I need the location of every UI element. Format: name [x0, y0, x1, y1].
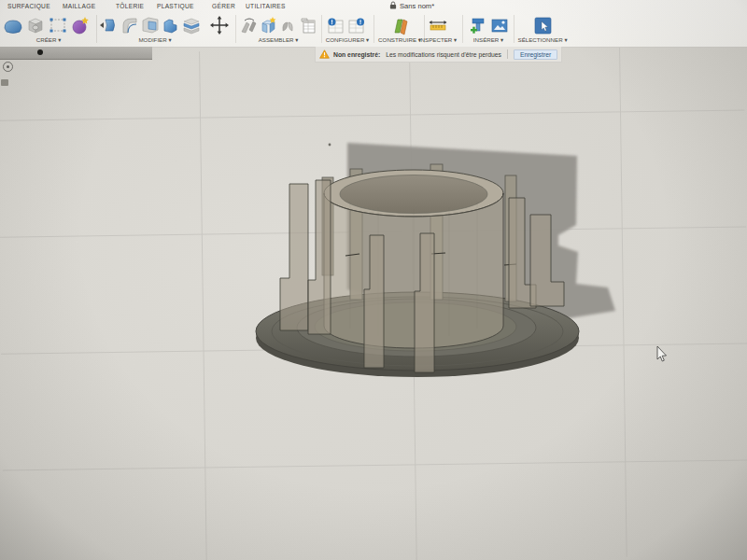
selection-frame-button[interactable]: [47, 14, 69, 36]
bom-table-button[interactable]: [297, 14, 317, 36]
new-component-button[interactable]: [258, 14, 277, 36]
measure-icon: [427, 15, 449, 35]
combine-button[interactable]: [161, 14, 181, 36]
tab-utilitaires[interactable]: UTILITAIRES: [246, 3, 286, 9]
combine-icon: [161, 15, 181, 35]
form-icon: [3, 15, 23, 35]
group-label-inserer[interactable]: INSÉRER: [473, 36, 500, 43]
fusion360-window: SURFACIQUE MAILLAGE TÔLERIE PLASTIQUE GÉ…: [0, 0, 747, 560]
press-pull-button[interactable]: [99, 14, 120, 36]
group-modifier: MODIFIER ▾: [99, 14, 233, 46]
move-button[interactable]: [209, 14, 230, 36]
fillet-button[interactable]: [120, 14, 140, 36]
configuration-insert-icon: [346, 15, 367, 35]
joint-button[interactable]: [238, 14, 258, 36]
dropdown-caret[interactable]: ▾: [366, 36, 369, 43]
small-glyph-artifact: [1, 79, 8, 86]
document-title[interactable]: Sans nom*: [400, 2, 434, 10]
dropdown-caret[interactable]: ▾: [564, 36, 567, 43]
dropdown-caret[interactable]: ▾: [58, 36, 61, 43]
configuration-insert-button[interactable]: [345, 14, 367, 36]
select-button[interactable]: [531, 14, 554, 36]
press-pull-icon: [99, 15, 120, 35]
dropdown-caret[interactable]: ▾: [454, 36, 457, 43]
group-label-modifier[interactable]: MODIFIER: [138, 36, 166, 43]
group-creer: CRÉER ▾: [2, 14, 95, 46]
form-button[interactable]: [2, 14, 24, 36]
warning-title: Non enregistré:: [333, 51, 380, 58]
save-button[interactable]: Enregistrer: [514, 49, 557, 60]
ribbon-toolbar: SURFACIQUE MAILLAGE TÔLERIE PLASTIQUE GÉ…: [0, 0, 747, 48]
group-label-construire[interactable]: CONSTRUIRE: [378, 36, 416, 43]
dropdown-caret[interactable]: ▾: [295, 36, 298, 43]
configuration-table-button[interactable]: [324, 14, 345, 36]
select-cursor-icon: [532, 15, 553, 35]
new-component-icon: [259, 15, 277, 35]
tab-surfacique[interactable]: SURFACIQUE: [7, 3, 50, 9]
unsaved-warning-bar: Non enregistré: Les modifications risque…: [315, 47, 562, 63]
fillet-icon: [120, 15, 140, 35]
lock-icon: [389, 1, 397, 10]
motion-link-icon: [278, 15, 297, 35]
group-label-configurer[interactable]: CONFIGURER: [326, 36, 365, 43]
dropdown-caret[interactable]: ▾: [168, 36, 171, 43]
motion-link-button[interactable]: [277, 14, 297, 36]
mouse-cursor-arrow: [657, 346, 667, 361]
warning-message: Les modifications risquent d'être perdue…: [386, 51, 501, 58]
split-body-button[interactable]: [181, 14, 202, 36]
document-title-bar: Sans nom*: [389, 1, 434, 10]
gray-strip-artifact: [0, 47, 152, 60]
group-selectionner: SÉLECTIONNER ▾: [515, 14, 570, 46]
split-body-icon: [181, 15, 202, 35]
move-icon: [209, 15, 230, 35]
group-label-creer[interactable]: CRÉER: [36, 36, 57, 43]
tab-maillage[interactable]: MAILLAGE: [63, 3, 95, 9]
measure-button[interactable]: [427, 14, 449, 36]
group-label-assembler[interactable]: ASSEMBLER: [259, 36, 294, 43]
insert-derive-button[interactable]: [467, 14, 488, 36]
construction-plane-button[interactable]: [388, 14, 411, 36]
primitive-box-icon: [25, 15, 46, 35]
group-inspecter: INSPECTER ▾: [415, 14, 461, 46]
tab-plastique[interactable]: PLASTIQUE: [157, 3, 194, 9]
group-assembler: ASSEMBLER ▾: [238, 14, 318, 46]
viewport-3d-canvas[interactable]: [0, 0, 747, 560]
black-dot-artifact: [37, 49, 43, 55]
shell-icon: [140, 15, 161, 35]
insert-canvas-button[interactable]: [488, 14, 510, 36]
configuration-table-icon: [325, 15, 345, 35]
tab-gerer[interactable]: GÉRER: [212, 3, 235, 9]
mesh-sphere-button[interactable]: [69, 14, 92, 36]
group-inserer: INSÉRER ▾: [465, 14, 512, 46]
group-label-selectionner[interactable]: SÉLECTIONNER: [518, 36, 563, 43]
tab-tolerie[interactable]: TÔLERIE: [116, 3, 144, 9]
insert-canvas-icon: [489, 15, 510, 35]
primitive-box-button[interactable]: [24, 14, 47, 36]
circle-dot-icon: [3, 62, 13, 72]
shell-button[interactable]: [140, 14, 161, 36]
bom-table-icon: [298, 15, 317, 35]
warning-divider: [507, 49, 508, 59]
selection-frame-icon: [48, 15, 68, 35]
group-configurer: CONFIGURER ▾: [324, 14, 371, 46]
mesh-sphere-icon: [70, 15, 91, 35]
joint-icon: [239, 15, 258, 35]
insert-derive-icon: [468, 15, 488, 35]
group-label-inspecter[interactable]: INSPECTER: [419, 36, 452, 43]
dropdown-caret[interactable]: ▾: [500, 36, 503, 43]
construction-plane-icon: [389, 15, 410, 35]
warning-triangle-icon: [319, 49, 330, 59]
origin-marker-dot: [329, 144, 331, 147]
